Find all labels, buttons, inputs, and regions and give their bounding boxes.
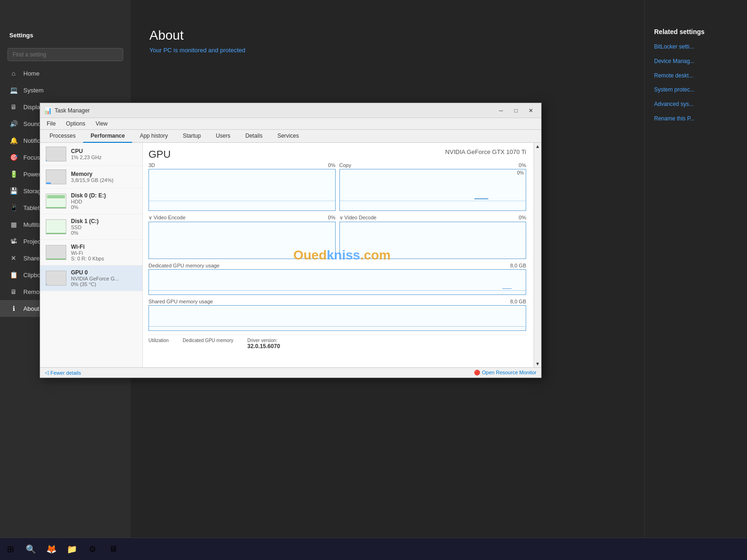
memory-label: Memory (71, 171, 137, 177)
gpu-decode-value: 0% (519, 215, 526, 221)
related-link-3[interactable]: System protec... (654, 86, 738, 94)
memory-stats: 3,8/15,9 GB (24%) (71, 177, 137, 183)
scroll-up-arrow[interactable]: ▲ (536, 144, 540, 149)
sidebar-item-disk0[interactable]: Disk 0 (D: E:) HDD 0% (40, 189, 142, 214)
disk0-label: Disk 0 (D: E:) (71, 192, 137, 199)
gpu-copy-label-right: 0% (517, 170, 524, 175)
nav-icon-12: 📋 (9, 271, 18, 279)
tab-processes[interactable]: Processes (42, 130, 83, 143)
taskbar-settings[interactable]: ⚙ (82, 539, 103, 560)
scroll-track: ▲ ▼ (534, 143, 541, 367)
close-button[interactable]: ✕ (524, 105, 537, 116)
taskbar: ⊞ 🔍 🦊 📁 ⚙ 🖥 (0, 538, 747, 560)
task-manager-titlebar: 📊 Task Manager ─ □ ✕ (40, 103, 541, 118)
nav-icon-14: ℹ (9, 305, 18, 312)
footer-dedicated-mem: Dedicated GPU memory (183, 338, 233, 350)
taskbar-monitor[interactable]: 🖥 (103, 539, 123, 560)
tab-services[interactable]: Services (270, 130, 306, 143)
open-resource-monitor-btn[interactable]: 🔴 Open Resource Monitor (474, 370, 536, 376)
related-link-1[interactable]: Device Manag... (654, 57, 738, 65)
settings-app-title: Settings (0, 28, 131, 42)
gpu-title: GPU (148, 148, 171, 161)
sidebar-item-memory[interactable]: Memory 3,8/15,9 GB (24%) (40, 166, 142, 189)
nav-label-1: System (23, 87, 43, 94)
related-link-0[interactable]: BitLocker setti... (654, 43, 738, 51)
gpu0-label: GPU 0 (71, 269, 137, 276)
gpu-3d-label: 3D (148, 162, 155, 168)
fewer-details-icon: ◁ (45, 370, 49, 376)
gpu-model: NVIDIA GeForce GTX 1070 Ti (445, 148, 526, 155)
tab-startup[interactable]: Startup (175, 130, 208, 143)
related-link-2[interactable]: Remote deskt... (654, 72, 738, 80)
nav-icon-6: 🔋 (9, 170, 18, 178)
dedicated-mem-footer-label: Dedicated GPU memory (183, 338, 233, 343)
gpu0-stats: 0% (35 °C) (71, 281, 137, 287)
maximize-button[interactable]: □ (509, 105, 522, 116)
nav-icon-10: 📽 (9, 238, 18, 245)
nav-icon-9: ▦ (9, 221, 18, 228)
disk0-type: HDD (71, 199, 137, 204)
sidebar-item-cpu[interactable]: CPU 1% 2,23 GHz (40, 143, 142, 166)
gpu-encode-label: ∨ Video Encode (148, 215, 185, 221)
window-controls: ─ □ ✕ (494, 105, 537, 116)
tab-app-history[interactable]: App history (132, 130, 175, 143)
settings-search-input[interactable] (7, 48, 123, 61)
dedicated-memory-section: Dedicated GPU memory usage 8,0 GB (148, 263, 526, 295)
taskbar-search[interactable]: 🔍 (21, 539, 41, 560)
gpu-decode-label: ∨ Video Decode (339, 215, 377, 221)
task-manager-menubar: File Options View (40, 118, 541, 130)
gpu-top-graphs: 3D 0% Copy 0% (148, 162, 526, 211)
taskbar-explorer[interactable]: 📁 (62, 539, 82, 560)
watermark-text1: Oued (293, 248, 327, 262)
gpu-copy-label: Copy (339, 162, 352, 168)
taskbar-firefox[interactable]: 🦊 (41, 539, 62, 560)
gpu-3d-graph (148, 169, 336, 211)
task-manager-tabs: Processes Performance App history Startu… (40, 130, 541, 143)
gpu-copy-value: 0% (519, 162, 526, 168)
settings-nav-item-system[interactable]: 💻 System (0, 82, 131, 98)
dedicated-memory-label: Dedicated GPU memory usage (148, 263, 219, 268)
sidebar-item-wifi[interactable]: Wi-Fi Wi-Fi S: 0 R: 0 Kbps (40, 240, 142, 266)
task-manager-bottombar: ◁ Fewer details 🔴 Open Resource Monitor (40, 367, 541, 378)
gpu-copy-graph: 0% (339, 169, 527, 211)
menu-options[interactable]: Options (61, 119, 90, 128)
disk0-thumbnail (46, 194, 66, 209)
settings-page-heading: About (149, 28, 626, 43)
gpu-footer-stats: Utilization Dedicated GPU memory Driver … (148, 335, 526, 350)
shared-memory-graph (148, 305, 526, 331)
disk1-stats: 0% (71, 230, 137, 236)
menu-file[interactable]: File (42, 119, 60, 128)
tab-details[interactable]: Details (238, 130, 270, 143)
task-manager-body: CPU 1% 2,23 GHz Memory 3,8/15,9 GB (24%) (40, 143, 541, 367)
nav-icon-1: 💻 (9, 86, 18, 94)
gpu-3d-value: 0% (328, 162, 336, 168)
sidebar-item-gpu0[interactable]: GPU 0 NVIDIA GeForce G... 0% (35 °C) (40, 266, 142, 291)
taskbar-start[interactable]: ⊞ (0, 539, 21, 560)
minimize-button[interactable]: ─ (494, 105, 507, 116)
settings-nav-item-home[interactable]: ⌂ Home (0, 65, 131, 82)
fewer-details-btn[interactable]: ◁ Fewer details (45, 370, 81, 376)
nav-label-8: Tablet (23, 204, 40, 211)
scroll-down-arrow[interactable]: ▼ (536, 361, 540, 366)
nav-icon-8: 📱 (9, 204, 18, 211)
tab-performance[interactable]: Performance (83, 130, 132, 143)
shared-memory-label: Shared GPU memory usage (148, 299, 213, 304)
gpu-header: GPU NVIDIA GeForce GTX 1070 Ti (148, 148, 526, 161)
related-links-list: BitLocker setti...Device Manag...Remote … (654, 43, 738, 123)
related-settings-panel: Related settings BitLocker setti...Devic… (644, 0, 747, 560)
disk1-type: SSD (71, 224, 137, 230)
gpu0-thumbnail (46, 271, 66, 286)
shared-memory-section: Shared GPU memory usage 8,0 GB (148, 299, 526, 331)
menu-view[interactable]: View (91, 119, 113, 128)
related-link-5[interactable]: Rename this P... (654, 115, 738, 123)
related-link-4[interactable]: Advanced sys... (654, 100, 738, 108)
tab-users[interactable]: Users (208, 130, 238, 143)
nav-icon-4: 🔔 (9, 137, 18, 144)
gpu-encode-container: ∨ Video Encode 0% Ouedkniss.com (148, 215, 336, 259)
nav-icon-5: 🎯 (9, 154, 18, 161)
sidebar-item-disk1[interactable]: Disk 1 (C:) SSD 0% (40, 214, 142, 240)
wifi-label: Wi-Fi (71, 244, 137, 250)
shared-memory-value: 8,0 GB (510, 299, 526, 304)
task-manager-title: Task Manager (55, 107, 90, 114)
cpu-label: CPU (71, 148, 137, 154)
